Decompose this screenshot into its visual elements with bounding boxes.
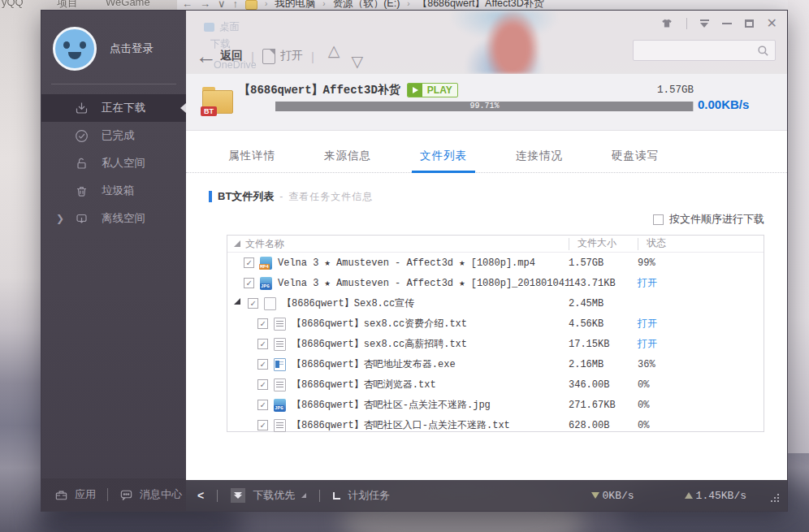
scheduled-tasks-button[interactable]: 计划任务 (348, 488, 390, 503)
tab-1[interactable]: 属性详情 (227, 142, 277, 172)
search-input[interactable] (638, 41, 756, 60)
sidebar-menu: 正在下载已完成私人空间垃圾箱❯离线空间 (41, 94, 186, 232)
file-row[interactable]: 【8686qwert】sex8.cc高薪招聘.txt17.15KB打开 (227, 334, 764, 354)
expand-chevron-icon[interactable]: ❯ (56, 213, 64, 224)
file-row[interactable]: 【8686qwert】Sex8.cc宣传2.45MB (227, 293, 764, 314)
apps-label: 应用 (75, 487, 96, 502)
collapse-sidebar-icon[interactable]: < (197, 489, 204, 502)
apps-button[interactable]: 应用 (54, 487, 96, 502)
resize-grip[interactable] (771, 494, 781, 504)
download-priority-button[interactable]: 下载优先 (253, 488, 295, 503)
file-name: 【8686qwert】杏吧社区-点关注不迷路.jpg (292, 398, 491, 412)
file-checkbox[interactable] (257, 400, 268, 410)
column-name[interactable]: 文件名称 (227, 237, 569, 251)
exe-file-icon (274, 358, 286, 371)
file-row[interactable]: 【8686qwert】杏吧社区-点关注不迷路.jpg271.67KB0% (227, 395, 764, 415)
file-checkbox[interactable] (257, 318, 268, 329)
txt-file-icon (274, 318, 286, 331)
collapse-all-icon[interactable] (234, 240, 240, 247)
move-up-icon[interactable]: △ (328, 41, 340, 71)
maximize-icon[interactable] (745, 19, 754, 28)
column-status[interactable]: 状态 (638, 238, 764, 250)
open-button[interactable]: 打开 (280, 49, 303, 63)
file-size: 1.57GB (569, 257, 638, 269)
file-checkbox[interactable] (244, 257, 254, 268)
tab-2[interactable]: 来源信息 (322, 142, 373, 172)
tab-4[interactable]: 连接情况 (514, 142, 565, 172)
skin-icon[interactable] (660, 17, 673, 30)
bottombar-divider (217, 490, 218, 502)
desktop-icon-label[interactable]: yQQ (2, 0, 24, 8)
forward-arrow[interactable]: → (200, 0, 210, 10)
back-arrow-icon[interactable]: ← (196, 47, 217, 65)
user-login-area[interactable]: 点击登录 (41, 11, 186, 84)
file-checkbox[interactable] (257, 359, 268, 370)
download-order-checkbox[interactable]: 按文件顺序进行下载 (653, 212, 764, 227)
play-icon (408, 83, 422, 97)
open-file-link[interactable]: 打开 (638, 276, 764, 290)
checkbox-icon[interactable] (653, 214, 664, 225)
file-name: 【8686qwert】Sex8.cc宣传 (282, 296, 414, 310)
tab-5[interactable]: 硬盘读写 (610, 142, 660, 172)
bt-badge: BT (201, 106, 217, 116)
sidebar-divider (51, 84, 176, 84)
close-icon[interactable]: ✕ (767, 18, 777, 29)
download-priority-icon[interactable] (231, 488, 245, 503)
login-label[interactable]: 点击登录 (110, 41, 154, 56)
back-arrow[interactable]: ← (182, 0, 193, 10)
file-row[interactable]: 【8686qwert】杏吧社区入口-点关注不迷路.txt628.00B0% (227, 415, 764, 435)
sidebar-item-label: 正在下载 (102, 101, 145, 115)
dropdown[interactable]: ∨ (218, 0, 226, 10)
desktop-icon-label[interactable]: WeGame (106, 0, 150, 8)
search-icon[interactable] (757, 45, 769, 57)
file-row[interactable]: 【8686qwert】杏吧浏览器.txt346.00B0% (227, 374, 764, 395)
minimize-icon[interactable] (722, 23, 732, 24)
progress-percent: 99.71% (275, 102, 694, 111)
avatar[interactable] (53, 27, 97, 71)
file-name: 【8686qwert】杏吧地址发布器.exe (292, 357, 456, 371)
section-header: BT文件列表 - 查看任务文件信息 (209, 189, 787, 204)
folder-icon (245, 0, 257, 10)
file-checkbox[interactable] (244, 278, 254, 288)
play-button[interactable]: PLAY (407, 83, 458, 97)
sidebar-item-4[interactable]: 垃圾箱 (41, 177, 186, 205)
sidebar-item-1[interactable]: 正在下载 (41, 94, 186, 122)
up-arrow[interactable]: ↑ (233, 0, 239, 10)
avatar-eye (80, 41, 86, 49)
message-center-button[interactable]: 消息中心 (119, 487, 182, 502)
file-checkbox[interactable] (257, 379, 268, 390)
file-row[interactable]: Velna 3 ★ Amusteven - Affect3d ★ [1080p]… (227, 253, 764, 273)
collapse-group-icon[interactable] (234, 298, 240, 305)
file-row[interactable]: 【8686qwert】杏吧地址发布器.exe2.16MB36% (227, 354, 764, 374)
task-detail-panel: 属性详情来源信息文件列表连接情况硬盘读写 BT文件列表 - 查看任务文件信息 按… (186, 131, 787, 480)
message-center-label: 消息中心 (140, 487, 182, 502)
file-checkbox[interactable] (257, 339, 268, 349)
menu-icon[interactable] (700, 19, 709, 28)
breadcrumb-separator: › (407, 0, 409, 8)
file-status: 0% (638, 400, 764, 411)
task-size: 1.57GB (657, 84, 694, 96)
sidebar-item-3[interactable]: 私人空间 (41, 149, 186, 177)
section-marker (209, 191, 212, 202)
toolbar: 桌面 下载 OneDrive ← 返回 | 打开 | △ ▽ ✕ (186, 11, 787, 74)
expand-corner-icon[interactable] (301, 493, 306, 498)
move-down-icon[interactable]: ▽ (351, 41, 363, 71)
file-row[interactable]: Velna 3 ★ Amusteven - Affect3d ★ [1080p]… (227, 273, 764, 293)
file-checkbox[interactable] (248, 298, 258, 309)
column-size[interactable]: 文件大小 (569, 238, 638, 250)
breadcrumb-separator: › (322, 0, 325, 8)
file-row[interactable]: 【8686qwert】sex8.cc资费介绍.txt4.56KB打开 (227, 314, 764, 334)
task-header[interactable]: BT 【8686qwert】Affect3D补货 PLAY 1.57GB 99.… (186, 74, 787, 131)
sidebar-item-2[interactable]: 已完成 (41, 122, 186, 149)
open-file-link[interactable]: 打开 (638, 337, 764, 351)
file-checkbox[interactable] (257, 420, 268, 430)
file-status: 36% (638, 359, 764, 370)
back-button[interactable]: 返回 (220, 49, 243, 63)
upload-speed: 1.45KB/s (685, 490, 746, 502)
search-box[interactable] (633, 40, 776, 61)
completed-icon (74, 128, 89, 144)
open-file-link[interactable]: 打开 (638, 317, 764, 331)
tab-3[interactable]: 文件列表 (418, 142, 469, 172)
sidebar-item-5[interactable]: ❯离线空间 (41, 205, 186, 232)
file-size: 2.45MB (569, 298, 638, 309)
